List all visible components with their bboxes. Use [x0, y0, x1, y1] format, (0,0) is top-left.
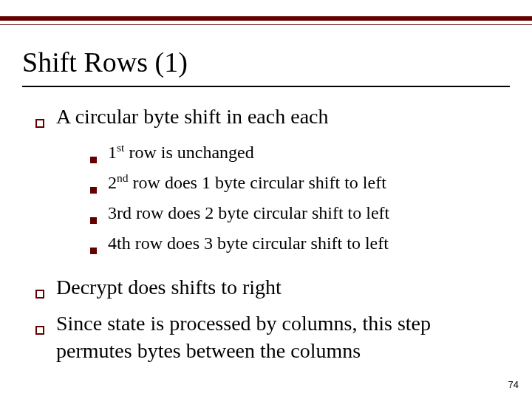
top-thin-rule	[0, 24, 532, 25]
filled-square-icon	[90, 170, 108, 200]
sub-list-item-text: 4th row does 3 byte circular shift to le…	[108, 231, 508, 256]
page-title: Shift Rows (1)	[22, 46, 188, 78]
list-item: Since state is processed by columns, thi…	[35, 310, 508, 365]
page-number: 74	[508, 379, 519, 390]
sub-list-item: 2nd row does 1 byte circular shift to le…	[90, 170, 508, 200]
hollow-square-icon	[35, 274, 56, 306]
sub-list-item-text: 2nd row does 1 byte circular shift to le…	[108, 170, 508, 195]
ordinal-sup: st	[117, 141, 124, 154]
sub-list-item-text: 3rd row does 2 byte circular shift to le…	[108, 200, 508, 225]
filled-square-icon	[90, 200, 108, 231]
sub-list-item: 3rd row does 2 byte circular shift to le…	[90, 200, 508, 231]
ordinal-rest: row is unchanged	[124, 143, 253, 162]
hollow-square-icon	[35, 310, 56, 342]
list-item-text: Decrypt does shifts to right	[56, 274, 508, 301]
filled-square-icon	[90, 140, 108, 170]
list-item: A circular byte shift in each each	[35, 103, 508, 135]
sub-list: 1st row is unchanged 2nd row does 1 byte…	[90, 140, 508, 261]
ordinal-sup: nd	[117, 171, 129, 184]
list-item-text: A circular byte shift in each each	[56, 103, 508, 131]
title-underline	[22, 86, 510, 87]
content-area: A circular byte shift in each each 1st r…	[35, 103, 508, 369]
sub-list-item: 1st row is unchanged	[90, 140, 508, 170]
filled-square-icon	[90, 231, 108, 261]
sub-list-item-text: 1st row is unchanged	[108, 140, 508, 165]
ordinal-rest: row does 1 byte circular shift to left	[129, 173, 386, 192]
sub-list-item: 4th row does 3 byte circular shift to le…	[90, 231, 508, 261]
ordinal: 2	[108, 173, 117, 192]
list-item: Decrypt does shifts to right	[35, 274, 508, 306]
ordinal: 1	[108, 143, 117, 162]
hollow-square-icon	[35, 103, 56, 135]
list-item-text: Since state is processed by columns, thi…	[56, 310, 508, 365]
top-accent-bar	[0, 16, 532, 21]
